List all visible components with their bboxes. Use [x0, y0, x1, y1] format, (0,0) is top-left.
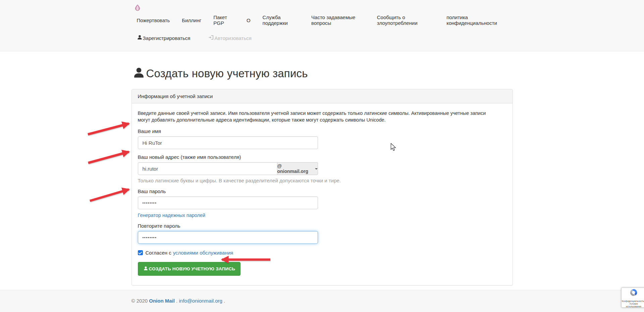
repeat-password-label: Повторите пароль — [138, 223, 506, 229]
nav-item-pgp[interactable]: Пакет PGP — [207, 14, 240, 26]
terms-of-service-link[interactable]: условиями обслуживания — [173, 250, 233, 256]
terms-prefix: Согласен с — [146, 250, 171, 256]
create-account-label: СОЗДАТЬ НОВУЮ УЧЕТНУЮ ЗАПИСЬ — [149, 266, 235, 271]
name-label: Ваше имя — [138, 128, 506, 134]
nav-item-donate[interactable]: Пожертвовать — [131, 17, 176, 23]
recaptcha-terms-label[interactable]: Условия использования — [622, 303, 644, 308]
account-info-panel: Информация об учетной записи Введите дан… — [131, 89, 513, 285]
annotation-arrow-address-field — [88, 152, 129, 163]
footer-separator: . — [176, 298, 177, 304]
annotation-arrow-name-field — [88, 124, 129, 134]
recaptcha-privacy-label[interactable]: Конфиденциальность - — [622, 300, 644, 303]
address-input[interactable] — [138, 162, 277, 175]
page-title: Создать новую учетную запись — [146, 67, 308, 80]
domain-label: @ onionmail.org — [277, 163, 313, 174]
chevron-down-icon — [315, 168, 318, 170]
auth-menu: Зарегистрироваться Авторизоваться — [131, 29, 513, 47]
footer-separator: . — [224, 298, 225, 304]
domain-dropdown[interactable]: @ onionmail.org — [277, 162, 318, 175]
nav-item-faq[interactable]: Часто задаваемые вопросы — [305, 14, 371, 26]
repeat-password-input[interactable] — [138, 231, 318, 244]
terms-checkbox[interactable] — [138, 250, 143, 255]
password-label: Ваш пароль — [138, 188, 506, 194]
person-icon — [137, 35, 143, 41]
nav-item-support[interactable]: Служба поддержки — [257, 14, 306, 26]
nav-item-about[interactable]: О — [240, 17, 257, 23]
copyright-text: © 2020 — [131, 298, 148, 304]
recaptcha-icon — [629, 287, 639, 299]
footer: © 2020 Onion Mail . info@onionmail.org . — [0, 290, 644, 312]
recaptcha-badge[interactable]: Конфиденциальность - Условия использован… — [621, 287, 644, 308]
address-help-text: Только латинские буквы и цифры. В качест… — [138, 178, 506, 183]
nav-item-privacy-policy[interactable]: политика конфиденциальности — [440, 14, 513, 26]
register-label: Зарегистрироваться — [143, 35, 191, 41]
annotation-arrow-password-field — [90, 189, 129, 201]
nav-item-report-abuse[interactable]: Сообщить о злоупотреблении — [371, 14, 440, 26]
nav-item-register[interactable]: Зарегистрироваться — [131, 35, 191, 41]
password-generator-link[interactable]: Генератор надежных паролей — [138, 213, 206, 218]
create-account-button[interactable]: СОЗДАТЬ НОВУЮ УЧЕТНУЮ ЗАПИСЬ — [138, 262, 241, 276]
name-input[interactable] — [138, 136, 318, 149]
address-label: Ваш новый адрес (также имя пользователя) — [138, 154, 506, 160]
nav-item-billing[interactable]: Биллинг — [176, 17, 207, 23]
main-menu: Пожертвовать Биллинг Пакет PGP О Служба … — [131, 11, 513, 29]
main-content: Создать новую учетную запись Информация … — [131, 51, 513, 285]
onion-logo-icon[interactable] — [134, 4, 141, 13]
navbar: Пожертвовать Биллинг Пакет PGP О Служба … — [0, 0, 644, 51]
password-input[interactable] — [138, 196, 318, 209]
intro-text: Введите данные своей учетной записи. Имя… — [138, 110, 498, 123]
sign-in-icon — [208, 35, 214, 41]
footer-email-link[interactable]: info@onionmail.org — [179, 298, 222, 304]
login-label: Авторизоваться — [214, 35, 252, 41]
nav-item-login[interactable]: Авторизоваться — [203, 35, 252, 41]
footer-brand-link[interactable]: Onion Mail — [149, 298, 175, 304]
person-icon — [132, 66, 146, 81]
panel-header: Информация об учетной записи — [132, 89, 513, 103]
person-icon — [143, 266, 149, 272]
